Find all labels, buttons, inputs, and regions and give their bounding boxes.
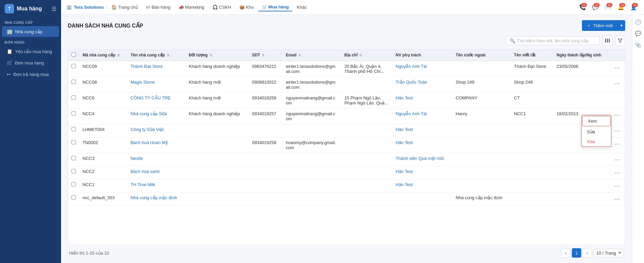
row-menu-btn[interactable]: ⋯ xyxy=(613,140,622,147)
cell-actions[interactable] xyxy=(609,93,625,108)
topnav-item-ban-hang[interactable]: 🏷 Bán hàng xyxy=(143,3,174,11)
prev-page-btn[interactable]: ‹ xyxy=(561,248,571,258)
row-checkbox[interactable] xyxy=(71,95,76,100)
cell-ten[interactable]: Công ty Sữa Việt xyxy=(127,124,186,137)
cell-ten[interactable]: Thành Đạt Store xyxy=(127,61,186,77)
topnav-item-kho[interactable]: 📦 Kho xyxy=(236,3,257,11)
th-nv-phu-trach[interactable]: NV phụ trách xyxy=(392,49,452,61)
topnav-item-cskh[interactable]: 🎧 CSKH xyxy=(209,3,235,11)
filter-columns-btn[interactable] xyxy=(602,36,612,46)
cell-ma: NCC2 xyxy=(79,166,127,179)
topnav-brand[interactable]: 🏢 Tera Solutions xyxy=(66,5,104,10)
topnav-item-mua-hang[interactable]: 🛒 Mua hàng xyxy=(258,3,292,11)
row-checkbox[interactable] xyxy=(71,182,76,186)
cell-ten[interactable]: Magis Stone xyxy=(127,77,186,93)
cell-ten[interactable]: TH True Milk xyxy=(127,179,186,192)
add-dropdown-arrow[interactable]: ▾ xyxy=(617,20,625,31)
cell-nv-phu-trach[interactable] xyxy=(392,192,452,206)
filter-btn[interactable] xyxy=(615,36,625,46)
hamburger-icon[interactable]: ☰ xyxy=(52,6,56,12)
row-checkbox[interactable] xyxy=(71,195,76,200)
cell-ten[interactable]: Bách hoá Hoàn Mỹ xyxy=(127,137,186,153)
row-menu-btn[interactable]: ⋯ xyxy=(613,80,622,87)
th-ten-nuoc-ngoai[interactable]: Tên nước ngoài xyxy=(452,49,511,61)
cell-nv-phu-trach[interactable]: Hân Test xyxy=(392,137,452,153)
comment-icon-btn[interactable]: 💬 xyxy=(634,29,643,38)
th-ngay-thanh-lap[interactable]: Ngày thành lập/Ng sinh xyxy=(553,49,609,61)
per-page-select[interactable]: 10 / Trang 20 / Trang 50 / Trang xyxy=(593,249,624,257)
cell-actions[interactable]: ⋯ xyxy=(609,137,625,153)
topnav-item-trang-chu[interactable]: 🏠 Trang chủ xyxy=(108,3,141,11)
th-sdt[interactable]: SDT ⇅ xyxy=(249,49,283,61)
email-icon-btn[interactable]: ✉️ 10 xyxy=(603,2,613,12)
cell-ma: LHMKT004 xyxy=(79,124,127,137)
cell-ten[interactable]: Nhà cung cấp Sữa xyxy=(127,108,186,124)
cell-nv-phu-trach[interactable]: Nguyễn Anh Tài xyxy=(392,61,452,77)
th-ten-viet-tat[interactable]: Tên viết tắt xyxy=(511,49,553,61)
context-menu-sua[interactable]: Sửa xyxy=(582,127,611,137)
topnav-item-khac[interactable]: Khác xyxy=(294,3,310,11)
cell-ten[interactable]: Nestle xyxy=(127,153,186,166)
bell-icon-btn[interactable]: 🔔 10 xyxy=(616,2,626,12)
cell-nv-phu-trach[interactable]: Hân Test xyxy=(392,124,452,137)
cell-actions[interactable]: ⋯ xyxy=(609,179,625,192)
th-doi-tuong[interactable]: Đối tượng ⇅ xyxy=(186,49,249,61)
row-menu-btn[interactable]: ⋯ xyxy=(613,169,622,176)
cell-nv-phu-trach[interactable]: Nguyễn Anh Tài xyxy=(392,108,452,124)
sidebar-item-yeu-cau-mua-hang[interactable]: 📋 Yêu cầu mua hàng xyxy=(2,46,59,57)
cell-ten[interactable]: Nhà cung cấp mặc định xyxy=(127,192,186,206)
cell-actions[interactable]: ⋯ xyxy=(609,192,625,206)
row-checkbox[interactable] xyxy=(71,64,76,68)
row-menu-btn[interactable]: ⋯ xyxy=(613,156,622,163)
th-ten[interactable]: Tên nhà cung cấp ⇅ xyxy=(127,49,186,61)
row-menu-btn[interactable]: ⋯ xyxy=(613,127,622,134)
cell-nv-phu-trach[interactable]: Hân Test xyxy=(392,93,452,108)
page-1-btn[interactable]: 1 xyxy=(572,248,581,258)
row-checkbox[interactable] xyxy=(71,140,76,144)
cell-nv-phu-trach[interactable]: Thành viên Quá mệt mỏi xyxy=(392,153,452,166)
search-box[interactable]: 🔍 xyxy=(506,36,600,45)
sidebar-item-don-tra-hang-mua[interactable]: ↩ Đơn trả hàng mua xyxy=(2,69,59,80)
select-all-checkbox[interactable] xyxy=(71,52,76,57)
cell-actions[interactable]: ⋯ xyxy=(609,166,625,179)
row-menu-btn[interactable]: ⋯ xyxy=(613,195,622,203)
cell-actions[interactable]: ⋯ xyxy=(609,61,625,77)
th-ma[interactable]: Mã nhà cung cấp ⇅ xyxy=(79,49,127,61)
cell-ten-nuoc-ngoai xyxy=(452,166,511,179)
cell-nv-phu-trach[interactable]: Trần Quốc Toàn xyxy=(392,77,452,93)
sidebar-item-don-mua-hang[interactable]: 🛒 Đơn mua hàng xyxy=(2,57,59,68)
cell-nv-phu-trach[interactable]: Hân Test xyxy=(392,166,452,179)
search-input[interactable] xyxy=(517,38,596,43)
row-checkbox[interactable] xyxy=(71,111,76,116)
user-icon-btn[interactable]: 👤 10 xyxy=(629,2,639,12)
cell-doi-tuong xyxy=(186,153,249,166)
cell-nv-phu-trach[interactable]: Hân Test xyxy=(392,179,452,192)
row-checkbox[interactable] xyxy=(71,127,76,131)
context-menu-xem[interactable]: Xem xyxy=(582,116,610,126)
paperclip-icon-btn[interactable]: 📎 xyxy=(634,40,643,50)
row-checkbox[interactable] xyxy=(71,156,76,160)
th-email[interactable]: Email ⇅ xyxy=(283,49,341,61)
th-dia-chi[interactable]: Địa chỉ ⇅ xyxy=(341,49,392,61)
cell-actions[interactable]: ⋯ xyxy=(609,153,625,166)
row-checkbox[interactable] xyxy=(71,80,76,84)
clock-icon-btn[interactable]: 🕐 xyxy=(634,17,643,27)
topnav-item-marketing[interactable]: 📣 Marketing xyxy=(175,3,208,11)
cell-actions[interactable]: ⋯ xyxy=(609,124,625,137)
cell-ten[interactable]: Bách hoá xanh xyxy=(127,166,186,179)
row-menu-btn[interactable]: ⋯ xyxy=(613,111,622,119)
cell-ten[interactable]: CÔNG TY CẦU TRE xyxy=(127,93,186,108)
row-menu-btn[interactable]: ⋯ xyxy=(613,64,622,71)
context-menu-xoa[interactable]: Xóa xyxy=(582,137,611,146)
add-new-button[interactable]: ＋ Thêm mới xyxy=(582,20,617,31)
phone-icon-btn[interactable]: 📞 10 xyxy=(578,2,588,12)
table-row: NCC6CÔNG TY CẦU TREKhách hàng mới0934019… xyxy=(68,93,625,108)
row-checkbox[interactable] xyxy=(71,169,76,173)
chat-icon-btn[interactable]: 💬 10 xyxy=(590,2,600,12)
next-page-btn[interactable]: › xyxy=(583,248,592,258)
select-all-header[interactable] xyxy=(68,49,79,61)
cell-actions[interactable]: ⋯ xyxy=(609,77,625,93)
cell-actions[interactable]: ⋯ xyxy=(609,108,625,124)
row-menu-btn[interactable]: ⋯ xyxy=(613,182,622,189)
sidebar-item-nha-cung-cap[interactable]: 🏢 Nhà cung cấp xyxy=(2,26,59,37)
